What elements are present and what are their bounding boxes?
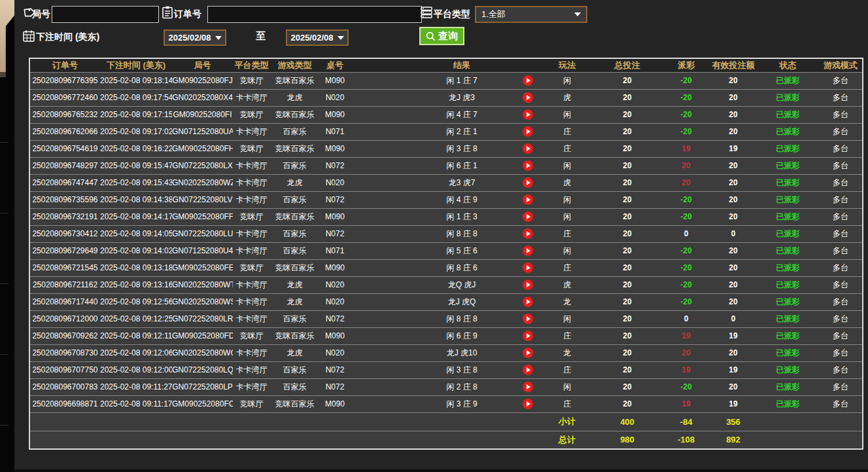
subtotal-bet: 400 [592, 412, 663, 431]
valid-bet-cell: 20 [710, 344, 757, 361]
game-mode-cell: 多台 [819, 310, 863, 327]
table-no-cell: M090 [319, 208, 351, 225]
result-text: 闲 4 庄 7 [406, 109, 517, 120]
table-row: 250208096762066 2025-02-08 09:17:02 GN07… [29, 123, 863, 140]
table-no-cell: N072 [319, 378, 351, 395]
calendar-icon [23, 30, 35, 42]
status-cell: 已派彩 [757, 89, 819, 106]
play-type-cell: 虎 [542, 276, 592, 293]
video-play-icon[interactable] [523, 297, 533, 307]
video-play-icon[interactable] [523, 245, 533, 256]
round-no-cell: GN072252080LR [172, 310, 233, 327]
play-triangle [527, 197, 530, 202]
video-play-icon[interactable] [523, 228, 533, 239]
order-no-cell: 250208096748297 [29, 157, 100, 174]
total-spacer-right [757, 431, 863, 449]
round-no-cell: GN020252080WT [172, 276, 233, 293]
video-play-icon[interactable] [523, 109, 533, 120]
bet-time-cell: 2025-02-08 09:17:02 [100, 123, 172, 140]
bet-time-cell: 2025-02-08 09:11:27 [100, 378, 172, 395]
video-play-icon[interactable] [523, 177, 533, 188]
platform-cell: 竞咪厅 [233, 395, 270, 412]
game-mode-cell: 多台 [819, 361, 863, 378]
play-type-cell: 闲 [542, 310, 592, 327]
date-from-picker[interactable]: 2025/02/08 [164, 29, 226, 46]
game-type-cell: 竞咪百家乐 [270, 208, 319, 225]
bet-time-cell: 2025-02-08 09:14:17 [100, 208, 172, 225]
result-text: 龙J 虎Q [406, 297, 517, 308]
video-play-icon[interactable] [523, 314, 533, 324]
video-play-icon[interactable] [523, 263, 533, 273]
total-bet-cell: 20 [592, 310, 663, 327]
order-no-input[interactable] [207, 6, 422, 23]
video-play-icon[interactable] [523, 143, 533, 154]
result-text: 龙J 虎10 [406, 348, 517, 359]
game-mode-cell: 多台 [819, 225, 863, 242]
video-play-icon[interactable] [523, 92, 533, 103]
table-row: 250208096698871 2025-02-08 09:11:17 GM09… [29, 395, 863, 412]
bet-time-cell: 2025-02-08 09:13:18 [100, 259, 172, 276]
result-cell: 龙J 虎Q [351, 293, 542, 310]
total-bet-cell: 20 [592, 242, 663, 259]
platform-cell: 卡卡湾厅 [233, 174, 270, 191]
video-play-icon[interactable] [523, 126, 533, 137]
game-type-cell: 竞咪百家乐 [270, 395, 319, 412]
search-button[interactable]: 查询 [419, 27, 464, 45]
total-valid: 892 [710, 431, 757, 449]
status-cell: 已派彩 [757, 310, 819, 327]
platform-select[interactable]: 1.全部 [475, 6, 587, 23]
game-type-cell: 龙虎 [270, 344, 319, 361]
video-play-icon[interactable] [523, 194, 533, 205]
round-no-input[interactable] [52, 6, 159, 23]
video-play-icon[interactable] [523, 399, 533, 409]
play-type-cell: 闲 [542, 208, 592, 225]
valid-bet-cell: 20 [710, 72, 757, 89]
video-play-icon[interactable] [523, 365, 533, 375]
subtotal-row: 小计 400 -84 356 [29, 412, 863, 431]
platform-cell: 卡卡湾厅 [233, 344, 270, 361]
payout-cell: -20 [663, 106, 710, 123]
valid-bet-cell: 20 [710, 208, 757, 225]
records-tbody: 250208096776395 2025-02-08 09:18:14 GM09… [29, 72, 863, 412]
valid-bet-cell: 20 [710, 259, 757, 276]
header-platform: 平台类型 [233, 58, 270, 72]
payout-cell: 19 [663, 361, 710, 378]
result-text: 闲 6 庄 1 [406, 160, 517, 172]
play-type-cell: 庄 [542, 395, 592, 412]
game-mode-cell: 多台 [819, 395, 863, 412]
game-type-cell: 龙虎 [270, 89, 319, 106]
payout-cell: -20 [663, 191, 710, 208]
game-type-cell: 龙虎 [270, 174, 319, 191]
result-cell: 龙Q 虎J [351, 276, 542, 293]
order-no-cell: 250208096708730 [29, 344, 100, 361]
game-type-cell: 百家乐 [270, 191, 319, 208]
table-no-cell: M090 [319, 106, 351, 123]
table-row: 250208096717440 2025-02-08 09:12:56 GN02… [29, 293, 863, 310]
table-no-cell: N072 [319, 225, 351, 242]
video-play-icon[interactable] [523, 160, 533, 171]
video-play-icon[interactable] [523, 75, 533, 86]
video-play-icon[interactable] [523, 280, 533, 290]
video-play-icon[interactable] [523, 331, 533, 341]
valid-bet-cell: 20 [710, 157, 757, 174]
total-bet-cell: 20 [592, 208, 663, 225]
valid-bet-cell: 20 [710, 89, 757, 106]
total-bet-cell: 20 [592, 191, 663, 208]
date-to-picker[interactable]: 2025/02/08 [286, 29, 349, 46]
game-type-cell: 竞咪百家乐 [270, 140, 319, 157]
play-type-cell: 闲 [542, 242, 592, 259]
platform-cell: 竞咪厅 [233, 259, 270, 276]
status-cell: 已派彩 [757, 157, 819, 174]
video-play-icon[interactable] [523, 382, 533, 392]
game-mode-cell: 多台 [819, 293, 863, 310]
bet-time-cell: 2025-02-08 09:14:02 [100, 242, 172, 259]
valid-bet-cell: 20 [710, 293, 757, 310]
video-play-icon[interactable] [523, 211, 533, 222]
payout-cell: 20 [663, 157, 710, 174]
play-triangle [527, 367, 530, 372]
valid-bet-cell: 20 [710, 174, 757, 191]
table-no-cell: N020 [319, 344, 351, 361]
video-play-icon[interactable] [523, 348, 533, 358]
table-header: 订单号 下注时间 (美东) 局号 平台类型 游戏类型 桌号 结果 玩法 总投注 … [29, 58, 863, 72]
table-footer: 小计 400 -84 356 总计 980 -108 892 [29, 412, 863, 449]
